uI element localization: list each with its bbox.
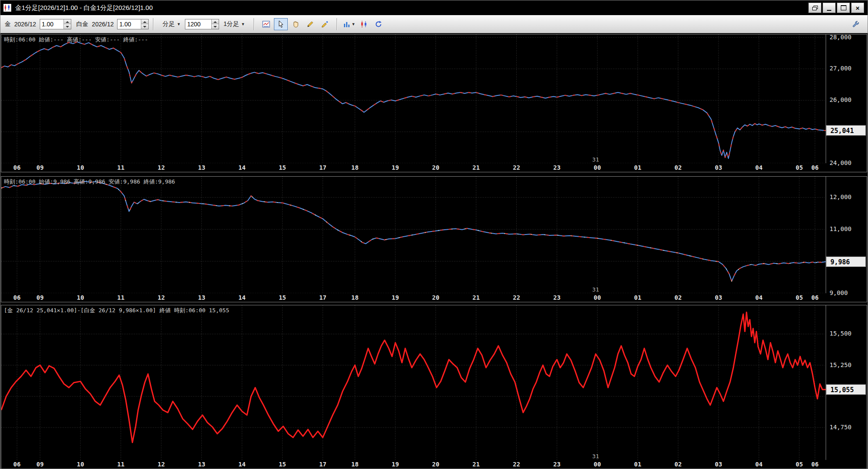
x-axis-label: 09 — [36, 294, 44, 301]
x-axis-label: 02 — [674, 294, 682, 301]
x-axis-label: 20 — [432, 164, 439, 171]
settings-button[interactable] — [849, 18, 863, 30]
board-icon — [262, 20, 270, 29]
platinum-multiplier-input[interactable] — [118, 19, 141, 29]
spread-y-axis: 15,50015,25014,75015,055 — [826, 305, 867, 469]
x-axis-label: 12 — [158, 461, 165, 468]
y-axis-label: 15,250 — [830, 361, 852, 369]
x-axis-label: 22 — [513, 164, 520, 171]
x-axis-label: 19 — [392, 461, 399, 468]
x-axis-label: 00 — [594, 164, 601, 171]
gold-multiplier-input[interactable] — [40, 19, 64, 29]
pan-tool-button[interactable] — [289, 18, 302, 30]
chevron-down-icon: ▼ — [351, 22, 355, 26]
y-axis-label: 28,000 — [830, 35, 852, 41]
x-axis-label: 06 — [811, 461, 819, 468]
x-axis-label: 06 — [13, 294, 21, 301]
platinum-multiplier-spin-buttons[interactable] — [141, 19, 148, 29]
x-axis-label: 17 — [319, 294, 327, 301]
minimize-button[interactable] — [823, 3, 836, 13]
close-button[interactable]: × — [851, 3, 864, 13]
gold-multiplier-spin-buttons[interactable] — [64, 19, 71, 29]
platinum-chart — [1, 177, 826, 293]
bar-count-input[interactable] — [185, 19, 211, 29]
platinum-price-line — [1, 181, 826, 281]
minimize-icon — [827, 10, 831, 11]
gold-plot[interactable]: 31 — [1, 35, 826, 163]
y-axis-label: 12,000 — [830, 193, 852, 201]
x-axis-label: 23 — [553, 294, 561, 301]
x-axis-label: 13 — [198, 164, 205, 171]
x-axis-label: 17 — [319, 461, 327, 468]
bar-count-spin-buttons[interactable] — [211, 19, 219, 29]
x-axis-label: 18 — [351, 461, 359, 468]
candlestick-icon — [359, 20, 368, 29]
y-axis-label: 9,000 — [830, 289, 848, 297]
gold-price-line-red-segments — [1, 42, 826, 158]
platinum-price-line-red-segments — [1, 181, 826, 281]
platinum-status: 時刻:06:00 始値:9,986 高値:9,986 安値:9,986 終値:9… — [4, 178, 175, 186]
spread-x-axis: 0609101112131415171819202122230001020304… — [1, 460, 826, 469]
interval-dropdown[interactable]: 1分足 ▼ — [221, 19, 248, 29]
pan-hand-icon — [291, 20, 300, 29]
spin-down-icon[interactable] — [212, 24, 219, 29]
x-axis-label: 20 — [432, 461, 439, 468]
x-axis-label: 22 — [513, 461, 520, 468]
close-icon: × — [856, 5, 860, 11]
x-axis-label: 05 — [796, 164, 803, 171]
toolbar-separator — [337, 18, 337, 30]
bar-type-dropdown[interactable]: 分足 ▼ — [160, 19, 183, 29]
x-axis-label: 21 — [473, 164, 480, 171]
x-axis-label: 00 — [594, 461, 601, 468]
bar-chart-icon — [343, 20, 351, 29]
spin-down-icon[interactable] — [141, 24, 148, 29]
x-axis-label: 01 — [634, 294, 642, 301]
board-view-button[interactable] — [259, 18, 273, 30]
select-tool-button[interactable] — [274, 18, 288, 30]
x-axis-label: 05 — [796, 461, 803, 468]
draw-marker-button[interactable] — [318, 18, 332, 30]
bar-chart-type-button[interactable]: ▼ — [342, 18, 356, 30]
x-axis-label: 15 — [279, 164, 286, 171]
maximize-button[interactable] — [837, 3, 850, 13]
gold-label: 金 — [5, 20, 11, 28]
x-axis-label: 18 — [351, 164, 359, 171]
spread-price-line — [1, 312, 826, 443]
platinum-plot[interactable]: 31 — [1, 177, 826, 293]
refresh-icon — [374, 20, 383, 29]
spin-down-icon[interactable] — [64, 24, 71, 29]
candlestick-type-button[interactable] — [357, 18, 371, 30]
y-axis-label: 27,000 — [830, 65, 852, 72]
x-axis-label: 15 — [279, 461, 286, 468]
window-controls: × — [808, 3, 865, 13]
x-axis-label: 05 — [796, 294, 803, 301]
y-axis-label: 11,000 — [830, 225, 852, 233]
spread-status: [金 26/12 25,041×1.00]-[白金 26/12 9,986×1.… — [4, 307, 229, 314]
x-axis-label: 14 — [238, 461, 246, 468]
platinum-panel: 31 0609101112131415171819202122230001020… — [1, 176, 867, 302]
x-axis-label: 11 — [117, 294, 124, 301]
x-axis-label: 11 — [117, 461, 124, 468]
date-marker: 31 — [592, 156, 599, 163]
draw-marker-icon — [321, 20, 329, 29]
x-axis-label: 10 — [77, 164, 84, 171]
spin-up-icon[interactable] — [141, 19, 148, 25]
x-axis-label: 03 — [715, 164, 722, 171]
x-axis-label: 20 — [432, 294, 439, 301]
y-axis-label: 24,000 — [830, 159, 852, 167]
refresh-button[interactable] — [372, 18, 385, 30]
float-window-button[interactable] — [808, 3, 821, 13]
toolbar-separator — [153, 18, 154, 30]
toolbar-separator — [254, 18, 254, 30]
spread-chart — [1, 305, 826, 460]
x-axis-label: 02 — [674, 164, 682, 171]
current-value-badge: 9,986 — [826, 257, 866, 267]
spin-up-icon[interactable] — [64, 19, 71, 25]
spin-up-icon[interactable] — [212, 19, 219, 25]
spread-plot[interactable]: 31 — [1, 305, 826, 460]
chevron-down-icon: ▼ — [241, 22, 245, 26]
draw-line-button[interactable] — [303, 18, 317, 30]
interval-label: 1分足 — [223, 20, 239, 28]
pencil-icon — [306, 20, 315, 29]
chart-area: 31 0609101112131415171819202122230001020… — [0, 33, 868, 469]
